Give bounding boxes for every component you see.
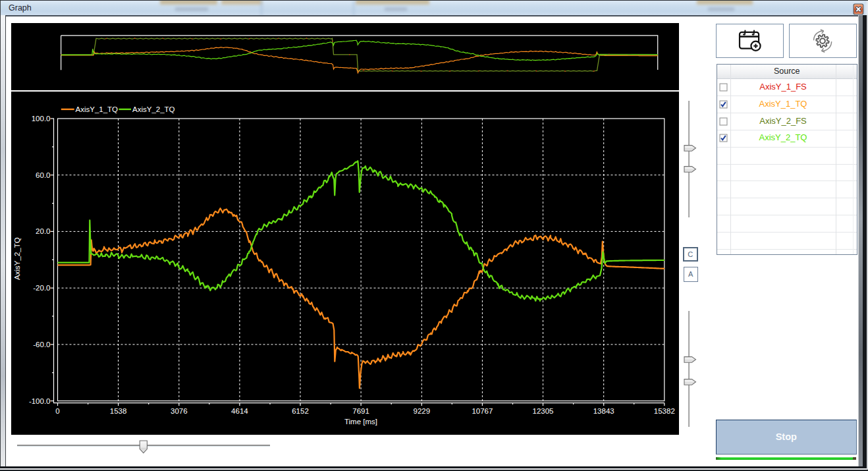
svg-text:13843: 13843	[593, 407, 614, 415]
svg-text:60.0: 60.0	[36, 171, 50, 179]
svg-text:1538: 1538	[110, 407, 127, 415]
svg-text:AxisY_2_TQ: AxisY_2_TQ	[132, 106, 175, 114]
svg-text:AxisY_2_TQ: AxisY_2_TQ	[13, 238, 21, 281]
svg-text:3076: 3076	[171, 407, 188, 415]
svg-text:100.0: 100.0	[32, 115, 51, 123]
svg-text:20.0: 20.0	[36, 228, 50, 236]
svg-text:12305: 12305	[533, 407, 554, 415]
svg-text:6152: 6152	[292, 407, 309, 415]
svg-text:-60.0: -60.0	[33, 341, 50, 348]
svg-text:-20.0: -20.0	[33, 285, 50, 292]
svg-text:9229: 9229	[414, 407, 431, 415]
svg-text:Time [ms]: Time [ms]	[344, 418, 377, 426]
svg-text:4614: 4614	[231, 407, 248, 415]
svg-text:15382: 15382	[654, 407, 675, 415]
svg-text:-100.0: -100.0	[29, 397, 51, 405]
svg-text:7691: 7691	[352, 407, 369, 415]
svg-text:10767: 10767	[472, 407, 493, 415]
svg-text:AxisY_1_TQ: AxisY_1_TQ	[76, 106, 119, 114]
svg-text:0: 0	[55, 407, 59, 415]
